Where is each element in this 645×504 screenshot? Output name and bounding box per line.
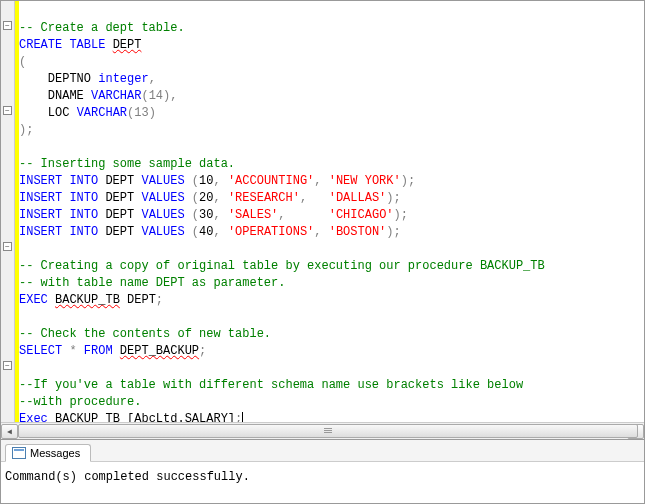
scroll-thumb[interactable] xyxy=(18,424,638,438)
string: 'DALLAS' xyxy=(329,191,387,205)
string: 'CHICAGO' xyxy=(329,208,394,222)
keyword: CREATE TABLE xyxy=(19,38,105,52)
fold-toggle[interactable]: − xyxy=(3,21,12,30)
column: DNAME xyxy=(48,89,84,103)
scroll-left-arrow[interactable]: ◀ xyxy=(1,424,18,439)
string: 'BOSTON' xyxy=(329,225,387,239)
number: 10 xyxy=(199,174,213,188)
fold-gutter: − − − − xyxy=(1,1,15,439)
keyword: INSERT INTO xyxy=(19,191,98,205)
fold-toggle[interactable]: − xyxy=(3,361,12,370)
punct: ); xyxy=(19,123,33,137)
messages-panel: Messages Command(s) completed successful… xyxy=(1,439,644,503)
comment: -- with table name DEPT as parameter. xyxy=(19,276,285,290)
keyword: INSERT INTO xyxy=(19,208,98,222)
punct: (14) xyxy=(141,89,170,103)
string: 'ACCOUNTING' xyxy=(228,174,314,188)
number: 20 xyxy=(199,191,213,205)
punct: ; xyxy=(199,344,206,358)
identifier: DEPT xyxy=(105,208,134,222)
comment: -- Create a dept table. xyxy=(19,21,185,35)
keyword: SELECT xyxy=(19,344,62,358)
string: 'RESEARCH' xyxy=(228,191,300,205)
comment: --If you've a table with different schem… xyxy=(19,378,523,392)
keyword: EXEC xyxy=(19,293,48,307)
keyword: VALUES xyxy=(141,225,184,239)
tab-label: Messages xyxy=(30,447,80,459)
column: DEPTNO xyxy=(48,72,91,86)
comment: -- Inserting some sample data. xyxy=(19,157,235,171)
string: 'SALES' xyxy=(228,208,278,222)
identifier: DEPT xyxy=(105,191,134,205)
identifier: DEPT xyxy=(105,174,134,188)
string: 'OPERATIONS' xyxy=(228,225,314,239)
punct: , xyxy=(149,72,156,86)
sql-editor[interactable]: − − − − -- Create a dept table. CREATE T… xyxy=(1,1,644,439)
punct: * xyxy=(69,344,76,358)
keyword: VALUES xyxy=(141,208,184,222)
comment: --with procedure. xyxy=(19,395,141,409)
punct: , xyxy=(170,89,177,103)
comment: -- Check the contents of new table. xyxy=(19,327,271,341)
identifier: DEPT xyxy=(105,225,134,239)
identifier: BACKUP_TB xyxy=(55,293,120,307)
identifier: DEPT xyxy=(113,38,142,52)
messages-output: Command(s) completed successfully. xyxy=(1,462,644,492)
keyword: FROM xyxy=(84,344,113,358)
keyword: VALUES xyxy=(141,174,184,188)
keyword: INSERT INTO xyxy=(19,174,98,188)
column: LOC xyxy=(48,106,70,120)
number: 30 xyxy=(199,208,213,222)
keyword: VALUES xyxy=(141,191,184,205)
number: 40 xyxy=(199,225,213,239)
scroll-grip-icon xyxy=(324,427,332,435)
horizontal-scrollbar[interactable]: ◀ ▶ xyxy=(1,422,644,439)
identifier: DEPT_BACKUP xyxy=(120,344,199,358)
code-content[interactable]: -- Create a dept table. CREATE TABLE DEP… xyxy=(19,3,545,428)
result-tabs: Messages xyxy=(1,440,644,462)
punct: (13) xyxy=(127,106,156,120)
type: integer xyxy=(98,72,148,86)
identifier: DEPT xyxy=(127,293,156,307)
tab-messages[interactable]: Messages xyxy=(5,444,91,462)
type: VARCHAR xyxy=(91,89,141,103)
punct: ( xyxy=(19,55,26,69)
keyword: INSERT INTO xyxy=(19,225,98,239)
punct: ; xyxy=(156,293,163,307)
type: VARCHAR xyxy=(77,106,127,120)
scroll-track[interactable] xyxy=(18,424,627,439)
comment: -- Creating a copy of original table by … xyxy=(19,259,545,273)
messages-icon xyxy=(12,447,26,459)
fold-toggle[interactable]: − xyxy=(3,242,12,251)
string: 'NEW YORK' xyxy=(329,174,401,188)
fold-toggle[interactable]: − xyxy=(3,106,12,115)
